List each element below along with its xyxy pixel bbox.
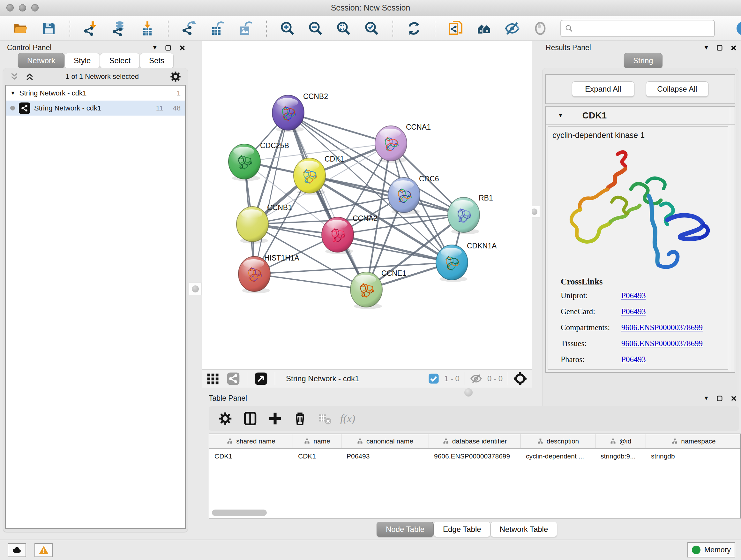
network-collection-row[interactable]: ▼ String Network - cdk1 1 [6, 85, 185, 101]
tab-edge-table[interactable]: Edge Table [434, 522, 490, 537]
control-panel-close-icon[interactable] [179, 44, 186, 51]
results-panel-close-icon[interactable] [730, 44, 737, 51]
birds-eye-crosshair-icon[interactable] [513, 372, 527, 386]
table-horizontal-scrollbar[interactable] [212, 509, 267, 516]
export-network-button[interactable] [181, 20, 197, 37]
network-node[interactable] [237, 206, 268, 244]
tab-string[interactable]: String [624, 53, 663, 68]
crosslink-link[interactable]: P06493 [621, 355, 646, 364]
function-builder-button[interactable]: f(x) [340, 413, 355, 425]
delete-column-icon[interactable] [293, 412, 307, 426]
hide-glass-button[interactable] [504, 20, 520, 37]
cloud-status-button[interactable] [8, 543, 26, 557]
protein-expander-icon[interactable]: ▼ [558, 112, 563, 119]
expand-all-networks-icon[interactable] [25, 72, 35, 81]
delete-table-icon[interactable] [318, 412, 329, 426]
show-columns-icon[interactable] [243, 412, 257, 426]
network-edge[interactable] [254, 113, 288, 274]
crosslink-link[interactable]: P06493 [621, 307, 646, 316]
table-column-header[interactable]: @id [596, 434, 646, 448]
results-panel-float-icon[interactable] [716, 44, 723, 51]
open-session-button[interactable] [13, 20, 29, 37]
hidden-eye-slash-icon[interactable] [470, 373, 482, 385]
table-column-header[interactable]: namespace [646, 434, 741, 448]
collapse-all-button[interactable]: Collapse All [646, 81, 709, 97]
results-scrollbar-track[interactable] [730, 107, 730, 372]
apply-layout-button[interactable] [406, 20, 422, 37]
table-panel-float-icon[interactable] [716, 395, 723, 402]
save-session-button[interactable] [41, 20, 57, 37]
network-row[interactable]: String Network - cdk1 11 48 [6, 101, 185, 116]
import-table-button[interactable] [139, 20, 155, 37]
tab-style[interactable]: Style [64, 53, 100, 68]
table-column-header[interactable]: shared name [209, 434, 293, 448]
network-node[interactable] [228, 144, 260, 181]
tab-node-table[interactable]: Node Table [377, 522, 434, 537]
search-input[interactable] [576, 24, 711, 33]
network-edge[interactable] [288, 113, 366, 290]
detach-view-icon[interactable] [254, 372, 268, 385]
collapse-all-networks-icon[interactable] [10, 72, 19, 81]
table-cell[interactable]: cyclin-dependent ... [521, 449, 596, 463]
table-settings-gear-icon[interactable] [218, 412, 232, 426]
network-edge[interactable] [254, 274, 366, 290]
network-options-gear-icon[interactable] [170, 71, 181, 82]
network-node[interactable] [448, 197, 480, 234]
table-column-header[interactable]: canonical name [341, 434, 429, 448]
tab-sets[interactable]: Sets [140, 53, 174, 68]
control-panel-float-icon[interactable] [165, 44, 172, 51]
network-node[interactable] [375, 126, 407, 163]
string-home-button[interactable] [476, 20, 492, 37]
add-column-icon[interactable] [268, 412, 282, 426]
crosslink-link[interactable]: P06493 [621, 291, 646, 300]
table-cell[interactable]: P06493 [341, 449, 429, 463]
zoom-out-button[interactable] [308, 20, 324, 37]
network-graph[interactable]: CCNB2CCNA1CDC25BCDK1CDC6RB1CCNB1CCNA2CDK… [202, 41, 532, 369]
table-panel-close-icon[interactable] [730, 395, 737, 402]
network-node[interactable] [350, 272, 382, 309]
grid-view-icon[interactable] [206, 372, 219, 385]
table-cell[interactable]: stringdb [646, 449, 741, 463]
results-panel-menu-icon[interactable]: ▼ [703, 44, 709, 51]
copy-network-button[interactable] [448, 20, 464, 37]
table-column-header[interactable]: database identifier [429, 434, 521, 448]
right-splitter-handle[interactable] [531, 208, 537, 215]
table-panel-menu-icon[interactable]: ▼ [703, 395, 709, 401]
zoom-fit-button[interactable] [336, 20, 352, 37]
crosslink-link[interactable]: 9606.ENSP00000378699 [621, 323, 703, 332]
warning-status-button[interactable] [35, 543, 53, 557]
import-network-from-database-button[interactable] [111, 20, 127, 37]
tab-select[interactable]: Select [100, 53, 140, 68]
tab-network[interactable]: Network [18, 53, 64, 68]
show-glass-button[interactable] [532, 20, 548, 37]
tab-network-table[interactable]: Network Table [490, 522, 557, 537]
left-splitter[interactable] [189, 41, 202, 538]
search-box[interactable] [560, 20, 715, 37]
table-cell[interactable]: CDK1 [209, 449, 293, 463]
export-table-button[interactable] [209, 20, 225, 37]
table-column-header[interactable]: description [521, 434, 596, 448]
table-cell[interactable]: CDK1 [293, 449, 341, 463]
zoom-selected-button[interactable] [364, 20, 380, 37]
table-row[interactable]: CDK1CDK1P064939606.ENSP00000378699cyclin… [209, 449, 740, 463]
selected-checkbox-icon[interactable] [428, 373, 439, 384]
network-share-icon[interactable] [226, 372, 240, 385]
control-panel-menu-icon[interactable]: ▼ [152, 44, 158, 51]
network-node[interactable] [322, 217, 354, 254]
collection-expander-icon[interactable]: ▼ [10, 90, 16, 97]
import-network-button[interactable] [83, 20, 99, 37]
table-cell[interactable]: stringdb:9... [596, 449, 646, 463]
left-splitter-handle[interactable] [192, 286, 199, 293]
export-image-button[interactable] [238, 20, 253, 37]
help-button[interactable]: ? [735, 20, 741, 37]
zoom-in-button[interactable] [280, 20, 295, 37]
network-node[interactable] [293, 158, 326, 195]
network-node[interactable] [436, 245, 468, 282]
network-canvas[interactable]: CCNB2CCNA1CDC25BCDK1CDC6RB1CCNB1CCNA2CDK… [202, 41, 532, 369]
table-column-header[interactable]: name [293, 434, 341, 448]
table-cell[interactable]: 9606.ENSP00000378699 [429, 449, 521, 463]
expand-all-button[interactable]: Expand All [572, 81, 634, 97]
crosslink-link[interactable]: 9606.ENSP00000378699 [621, 339, 703, 348]
memory-button[interactable]: Memory [687, 542, 735, 557]
network-node[interactable] [272, 95, 304, 132]
